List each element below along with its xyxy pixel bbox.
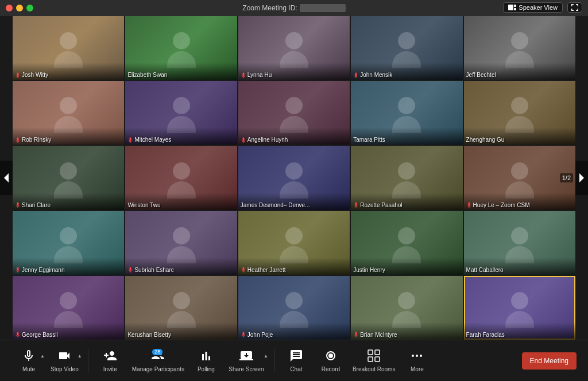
participant-name-text-18: Heather Jarrett [247, 267, 286, 273]
window-controls[interactable] [6, 5, 33, 11]
fullscreen-icon [571, 4, 578, 11]
video-cell-6[interactable]: Rob Rinsky [13, 81, 124, 145]
record-button[interactable]: Record [314, 349, 348, 372]
manage-participants-label: Manage Participants [132, 366, 184, 372]
svg-rect-1 [514, 5, 516, 7]
participant-name-20: Matt Caballero [466, 267, 504, 273]
participant-name-text-25: Farah Faraclas [466, 332, 505, 338]
person-head-18 [285, 227, 303, 244]
participant-count-badge: 28 [152, 349, 163, 355]
participant-name-16: Jenny Eggimann [15, 267, 65, 273]
polling-button[interactable]: Polling [189, 349, 223, 372]
muted-icon-1 [15, 72, 21, 78]
participant-name-text-20: Matt Caballero [466, 267, 504, 273]
breakout-rooms-button[interactable]: Breakout Rooms [348, 349, 400, 372]
video-cell-12[interactable]: Winston Twu [125, 146, 237, 209]
participant-name-text-15: Huey Le – Zoom CSM [473, 202, 530, 208]
participant-name-text-16: Jenny Eggimann [22, 267, 65, 273]
video-cell-3[interactable]: Lynna Hu [238, 16, 350, 80]
video-cell-10[interactable]: Zhenghang Gu [464, 81, 575, 145]
svg-point-11 [420, 355, 422, 357]
video-cell-8[interactable]: Angeline Huynh [238, 81, 350, 145]
person-head-14 [398, 162, 415, 180]
svg-point-10 [416, 355, 418, 357]
invite-button[interactable]: Invite [93, 349, 127, 372]
end-meeting-button[interactable]: End Meeting [522, 352, 577, 370]
invite-icon [103, 349, 117, 365]
video-cell-13[interactable]: James Desmond– Denve... [238, 146, 350, 209]
video-cell-19[interactable]: Justin Henry [351, 211, 462, 275]
muted-icon-7 [127, 137, 133, 143]
participant-name-23: John Poje [241, 332, 273, 338]
divider-1 [88, 349, 88, 372]
speaker-view-label: Speaker View [519, 4, 558, 11]
next-page-button[interactable] [575, 161, 588, 195]
video-cell-15[interactable]: Huey Le – Zoom CSM [464, 146, 575, 209]
person-head-6 [60, 97, 77, 114]
share-svg [239, 349, 253, 363]
participant-name-19: Justin Henry [353, 267, 385, 273]
minimize-button[interactable] [16, 5, 23, 11]
video-cell-17[interactable]: Subriah Esharc [125, 211, 237, 275]
prev-page-button[interactable] [0, 161, 13, 195]
speaker-view-button[interactable]: Speaker View [503, 2, 563, 13]
stop-video-label: Stop Video [51, 366, 79, 372]
close-button[interactable] [6, 5, 13, 11]
share-screen-button[interactable]: Share Screen ▲ [223, 349, 269, 372]
maximize-button[interactable] [26, 5, 33, 11]
participant-name-text-3: Lynna Hu [247, 72, 272, 78]
mute-button[interactable]: Mute ▲ [11, 349, 46, 372]
video-cell-23[interactable]: John Poje [238, 276, 350, 340]
video-cell-14[interactable]: Rozette Pasahol [351, 146, 462, 209]
participant-name-text-14: Rozette Pasahol [360, 202, 402, 208]
video-cell-5[interactable]: Jeff Bechtel [464, 16, 575, 80]
stop-video-caret[interactable]: ▲ [78, 353, 82, 359]
muted-icon-24 [353, 332, 359, 337]
chat-button[interactable]: Chat [279, 349, 314, 372]
video-cell-11[interactable]: Shari Clare [13, 146, 124, 209]
video-cell-4[interactable]: John Mensik [351, 16, 462, 80]
participant-name-22: Kerushan Bisetty [127, 332, 171, 338]
muted-icon-14 [353, 202, 359, 208]
video-cell-7[interactable]: Mitchel Mayes [125, 81, 237, 145]
breakout-svg [367, 349, 381, 363]
participant-name-15: Huey Le – Zoom CSM [466, 202, 530, 208]
share-screen-icon [239, 349, 253, 365]
participant-name-11: Shari Clare [15, 202, 51, 208]
camera-svg [57, 349, 71, 363]
stop-video-button[interactable]: Stop Video ▲ [46, 349, 83, 372]
mic-icon [22, 349, 36, 365]
video-cell-25[interactable]: Farah Faraclas [464, 276, 575, 340]
video-cell-21[interactable]: George Bassil [13, 276, 124, 340]
video-cell-24[interactable]: Brian McIntyre [351, 276, 462, 340]
participant-name-text-21: George Bassil [22, 332, 58, 338]
polling-svg [199, 349, 213, 363]
fullscreen-button[interactable] [567, 2, 582, 13]
mute-caret[interactable]: ▲ [40, 353, 45, 359]
svg-rect-2 [514, 8, 516, 10]
video-cell-18[interactable]: Heather Jarrett [238, 211, 350, 275]
share-screen-caret[interactable]: ▲ [264, 353, 268, 359]
video-cell-9[interactable]: Tamara Pitts [351, 81, 462, 145]
video-cell-2[interactable]: Elizabeth Swan [125, 16, 237, 80]
video-cell-16[interactable]: Jenny Eggimann [13, 211, 124, 275]
video-cell-22[interactable]: Kerushan Bisetty [125, 276, 237, 340]
video-cell-1[interactable]: Josh Witty [13, 16, 124, 80]
manage-participants-button[interactable]: 28 Manage Participants [127, 349, 189, 372]
participant-name-1: Josh Witty [15, 72, 48, 78]
person-head-5 [511, 32, 528, 49]
record-svg [324, 349, 338, 363]
chat-label: Chat [290, 366, 302, 372]
person-head-25 [511, 292, 528, 309]
participant-name-6: Rob Rinsky [15, 137, 51, 143]
person-head-4 [398, 32, 415, 49]
svg-rect-7 [368, 357, 373, 361]
person-head-13 [285, 162, 303, 180]
video-cell-20[interactable]: Matt Caballero [464, 211, 575, 275]
more-button[interactable]: More [400, 349, 434, 372]
more-label: More [411, 366, 424, 372]
muted-icon-16 [15, 267, 21, 273]
person-head-21 [60, 292, 77, 309]
title-bar: Zoom Meeting ID: Speaker View [0, 0, 588, 16]
chat-svg [289, 349, 303, 363]
